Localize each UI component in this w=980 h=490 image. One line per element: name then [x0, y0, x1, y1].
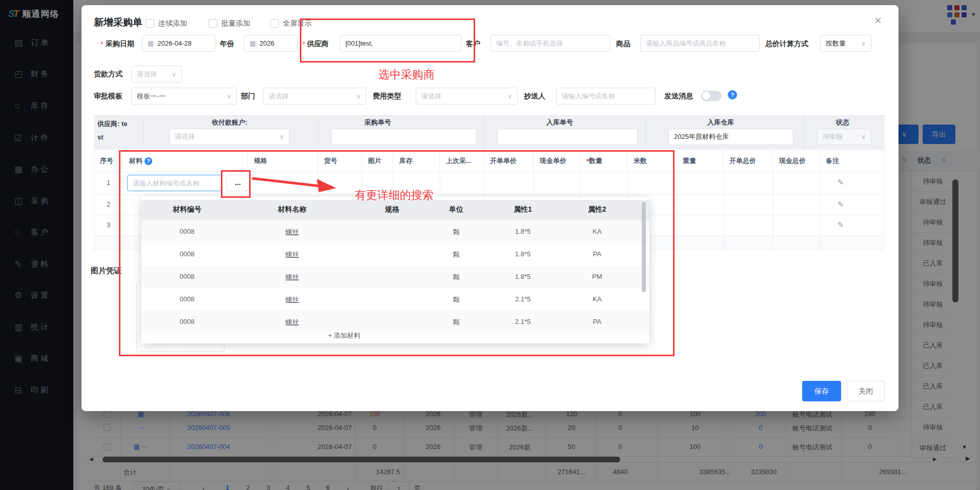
account-select[interactable]: 请选择∨: [169, 129, 290, 145]
column-header-label: 库存: [399, 156, 413, 166]
cell-attr2[interactable]: PA: [593, 250, 601, 258]
add-material-link[interactable]: + 添加材料: [328, 331, 360, 340]
cell-material-name[interactable]: 螺丝: [285, 273, 299, 282]
help-icon[interactable]: ?: [145, 157, 152, 165]
status-label: 状态: [827, 118, 858, 127]
po-number-input[interactable]: [331, 129, 477, 145]
cell-material-code[interactable]: 0008: [180, 295, 195, 303]
calendar-icon: ▦: [250, 39, 256, 47]
year-value: 2026: [259, 39, 274, 47]
required-mark: *: [100, 40, 103, 48]
fullscreen-checkbox[interactable]: [270, 19, 279, 28]
supplier-value: [001]test,: [345, 39, 373, 47]
fee-type-select[interactable]: 请选择∨: [416, 88, 518, 105]
dropdown-row[interactable]: [141, 266, 649, 288]
cell-attr2[interactable]: KA: [593, 228, 601, 235]
department-label: 部门: [241, 92, 255, 101]
select-placeholder: 请选择: [269, 92, 289, 101]
payment-method-select[interactable]: 请选择∨: [131, 66, 182, 83]
column-header-label: 图片: [368, 156, 381, 166]
total-calc-select[interactable]: 按数量∨: [820, 35, 871, 52]
continuous-add-checkbox[interactable]: [146, 19, 154, 28]
cell-material-code[interactable]: 0008: [180, 318, 195, 325]
select-placeholder: 请选择: [421, 92, 441, 101]
year-label: 年份: [220, 39, 234, 49]
inbound-number-input[interactable]: [497, 129, 638, 145]
approval-template-select[interactable]: 模板一-一∨: [131, 88, 237, 105]
column-header: 规格: [248, 150, 318, 172]
warehouse-label: 入库仓库: [695, 118, 746, 127]
department-select[interactable]: 请选择∨: [263, 88, 366, 105]
supplier-input[interactable]: [001]test,: [340, 35, 461, 52]
fee-type-label: 费用类型: [373, 92, 401, 101]
help-icon[interactable]: ?: [728, 90, 737, 99]
save-button[interactable]: 保存: [802, 381, 841, 401]
column-header-label: 序号: [100, 156, 113, 166]
divider: [318, 115, 318, 149]
year-input[interactable]: ▦2026: [244, 35, 298, 52]
dropdown-column: 属性2: [588, 205, 606, 214]
chevron-down-icon: ∨: [356, 93, 361, 100]
cell-material-name[interactable]: 螺丝: [285, 295, 299, 304]
divider: [804, 115, 804, 149]
cell-unit[interactable]: 颗: [453, 250, 460, 259]
dropdown-row[interactable]: [141, 311, 649, 333]
cell-attr2[interactable]: PM: [592, 273, 602, 280]
remark-edit-icon[interactable]: ✎: [833, 178, 848, 187]
purchase-date-label: 采购日期: [106, 39, 134, 49]
divider: [645, 115, 646, 149]
approval-template-label: 审批模板: [94, 92, 122, 101]
customer-input[interactable]: [491, 35, 610, 52]
purchase-date-input[interactable]: ▦2026-04-28: [142, 35, 215, 52]
checkbox-label[interactable]: 连续添加: [158, 19, 187, 28]
checkbox-label[interactable]: 全屏显示: [283, 19, 312, 28]
send-message-toggle[interactable]: [701, 91, 722, 101]
cell-material-code[interactable]: 0008: [180, 250, 195, 258]
column-header-label: 数量: [589, 156, 602, 166]
column-header: 现金总价: [773, 150, 820, 172]
cell-material-name[interactable]: 螺丝: [285, 228, 299, 237]
row-number: 2: [94, 194, 123, 215]
divider: [677, 172, 677, 250]
cell-attr1[interactable]: 2.1*5: [515, 318, 530, 325]
cell-material-code[interactable]: 0008: [180, 273, 195, 280]
close-button[interactable]: 关闭: [847, 381, 885, 401]
product-input[interactable]: [640, 35, 760, 52]
remark-edit-icon[interactable]: ✎: [833, 220, 848, 230]
modal-title: 新增采购单: [94, 16, 142, 29]
column-header-label: 规格: [254, 156, 267, 166]
cell-material-name[interactable]: 螺丝: [285, 318, 299, 327]
cell-attr2[interactable]: KA: [593, 295, 601, 303]
checkbox-label[interactable]: 批量添加: [221, 19, 250, 28]
column-header: 图片: [362, 150, 393, 172]
cell-material-code[interactable]: 0008: [180, 228, 195, 235]
cell-unit[interactable]: 颗: [453, 295, 460, 304]
calendar-icon: ▦: [148, 39, 154, 47]
divider: [484, 115, 485, 149]
status-value: 待审核: [823, 132, 843, 141]
purchase-date-value: 2026-04-28: [157, 39, 192, 47]
warehouse-input[interactable]: [668, 129, 793, 145]
cell-unit[interactable]: 颗: [453, 273, 460, 282]
cell-attr1[interactable]: 1.8*5: [515, 273, 530, 280]
column-header: 备注: [820, 150, 885, 172]
cell-unit[interactable]: 颗: [453, 318, 460, 327]
required-mark: *: [302, 40, 305, 48]
material-more-search-button[interactable]: ...: [226, 175, 250, 191]
cell-attr2[interactable]: PA: [593, 318, 601, 325]
material-search-input[interactable]: [127, 175, 222, 191]
dropdown-scrollbar[interactable]: [642, 202, 646, 292]
cell-material-name[interactable]: 螺丝: [285, 250, 299, 259]
column-header: 开单总价: [723, 150, 773, 172]
cell-unit[interactable]: 颗: [453, 228, 460, 237]
close-icon[interactable]: ×: [874, 13, 882, 28]
cell-attr1[interactable]: 2.1*5: [515, 295, 530, 303]
dropdown-row[interactable]: [141, 220, 649, 243]
cc-input[interactable]: [556, 88, 656, 105]
cell-attr1[interactable]: 1.8*5: [515, 250, 530, 258]
more-icon: ...: [235, 178, 241, 187]
batch-add-checkbox[interactable]: [209, 19, 217, 28]
remark-edit-icon[interactable]: ✎: [833, 200, 848, 209]
cell-attr1[interactable]: 1.8*5: [515, 228, 530, 235]
divider: [820, 172, 820, 250]
